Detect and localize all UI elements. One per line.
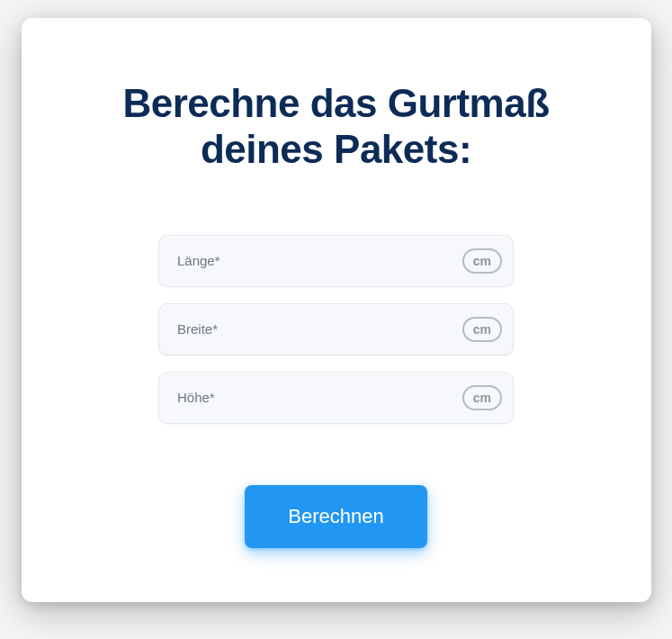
length-unit-badge: cm [462, 248, 502, 274]
calculate-button[interactable]: Berechnen [245, 485, 426, 548]
width-unit-badge: cm [462, 317, 502, 342]
height-input[interactable] [177, 373, 462, 423]
height-unit-badge: cm [462, 385, 502, 410]
calculator-card: Berechne das Gurtmaß deines Pakets: cm c… [22, 18, 651, 602]
dimensions-form: cm cm cm Berechnen [76, 235, 597, 548]
page-title: Berechne das Gurtmaß deines Pakets: [76, 81, 597, 172]
length-input[interactable] [177, 236, 462, 286]
width-input[interactable] [177, 304, 462, 355]
length-input-row: cm [158, 235, 514, 287]
width-input-row: cm [158, 303, 514, 356]
height-input-row: cm [158, 372, 514, 424]
